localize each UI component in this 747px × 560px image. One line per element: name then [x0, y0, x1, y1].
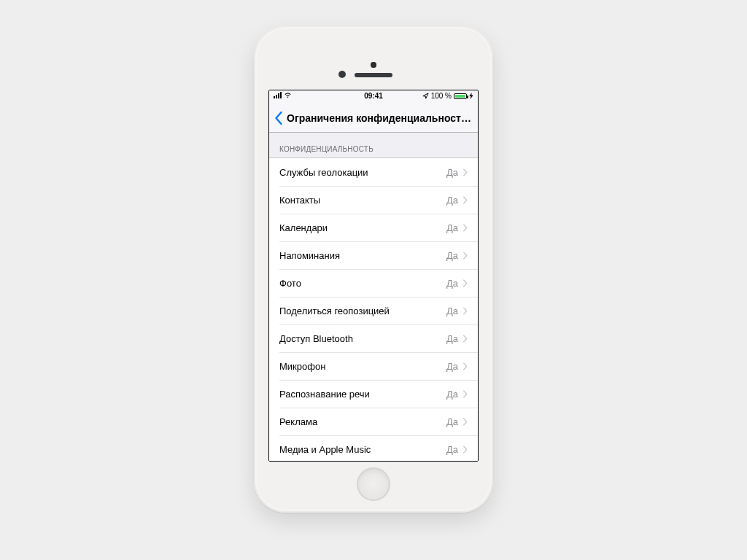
chevron-right-icon: [462, 335, 468, 343]
chevron-right-icon: [462, 418, 468, 426]
earpiece-speaker: [355, 73, 392, 77]
battery-icon: [454, 93, 467, 99]
status-time: 09:41: [364, 92, 383, 100]
row-label: Фото: [279, 278, 446, 289]
row-label: Календари: [279, 222, 446, 233]
privacy-list: Службы геолокацииДаКонтактыДаКалендариДа…: [269, 158, 478, 462]
row-label: Службы геолокации: [279, 167, 446, 178]
chevron-right-icon: [462, 168, 468, 176]
screen: 09:41 100 % Ограничения конфиденциальнос…: [268, 90, 479, 462]
chevron-right-icon: [462, 224, 468, 232]
front-camera: [338, 71, 346, 78]
row-value: Да: [446, 278, 458, 289]
row-label: Медиа и Apple Music: [279, 444, 446, 455]
section-header-privacy: КОНФИДЕНЦИАЛЬНОСТЬ: [269, 133, 478, 158]
chevron-right-icon: [462, 446, 468, 454]
chevron-right-icon: [462, 252, 468, 260]
privacy-row[interactable]: Доступ BluetoothДа: [269, 324, 478, 352]
privacy-row[interactable]: Поделиться геопозициейДа: [269, 297, 478, 324]
home-button[interactable]: [357, 467, 390, 501]
privacy-row[interactable]: МикрофонДа: [269, 352, 478, 380]
row-value: Да: [446, 167, 458, 178]
chevron-right-icon: [462, 196, 468, 204]
privacy-row[interactable]: НапоминанияДа: [269, 241, 478, 269]
row-label: Микрофон: [279, 361, 446, 372]
row-value: Да: [446, 306, 458, 316]
row-label: Контакты: [279, 195, 446, 206]
proximity-sensor: [371, 62, 376, 68]
privacy-row[interactable]: РекламаДа: [269, 408, 478, 435]
privacy-row[interactable]: КалендариДа: [269, 214, 478, 241]
privacy-row[interactable]: ФотоДа: [269, 269, 478, 297]
cellular-signal-icon: [274, 92, 282, 98]
row-value: Да: [446, 195, 458, 206]
status-bar: 09:41 100 %: [269, 90, 478, 104]
back-button[interactable]: [274, 111, 283, 125]
row-value: Да: [446, 222, 458, 233]
privacy-row[interactable]: Распознавание речиДа: [269, 380, 478, 408]
privacy-row[interactable]: Медиа и Apple MusicДа: [269, 435, 478, 462]
chevron-right-icon: [462, 362, 468, 370]
chevron-right-icon: [462, 390, 468, 398]
location-arrow-icon: [422, 93, 429, 99]
row-label: Напоминания: [279, 250, 446, 261]
row-value: Да: [446, 389, 458, 400]
row-value: Да: [446, 250, 458, 261]
privacy-row[interactable]: КонтактыДа: [269, 186, 478, 214]
row-label: Реклама: [279, 416, 446, 427]
nav-title: Ограничения конфиденциальности и...: [287, 112, 473, 124]
row-label: Доступ Bluetooth: [279, 333, 446, 344]
row-value: Да: [446, 416, 458, 427]
row-value: Да: [446, 444, 458, 455]
row-value: Да: [446, 361, 458, 372]
wifi-icon: [284, 92, 292, 98]
row-label: Распознавание речи: [279, 389, 446, 400]
chevron-right-icon: [462, 279, 468, 287]
status-battery-pct: 100 %: [431, 92, 452, 100]
row-value: Да: [446, 333, 458, 344]
row-label: Поделиться геопозицией: [279, 306, 446, 316]
charging-bolt-icon: [469, 93, 473, 99]
privacy-row[interactable]: Службы геолокацииДа: [269, 158, 478, 186]
device-frame: 09:41 100 % Ограничения конфиденциальнос…: [254, 26, 493, 513]
chevron-right-icon: [462, 307, 468, 315]
nav-bar: Ограничения конфиденциальности и...: [269, 104, 478, 133]
